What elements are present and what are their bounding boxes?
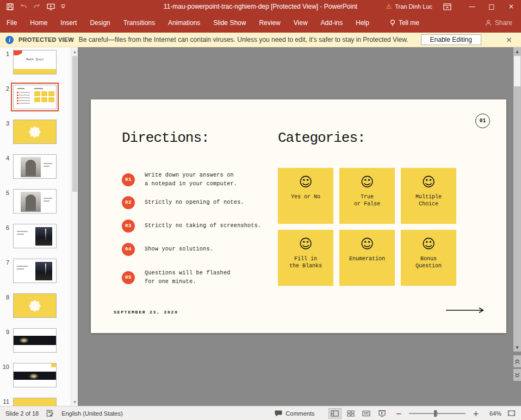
ribbon-tab-slide-show[interactable]: Slide Show	[207, 13, 252, 33]
previous-slide-button[interactable]	[513, 355, 521, 367]
main-area: 1Math Quiz234567891011 ▲ ▼ 01 Directions…	[0, 47, 521, 406]
thumbnail-row: 10	[0, 363, 57, 387]
slide-thumbnail-3[interactable]	[13, 120, 57, 144]
thumbnail-row: 7	[0, 259, 57, 283]
zoom-slider[interactable]	[409, 409, 466, 418]
zoom-slider-thumb[interactable]	[434, 410, 437, 417]
smiley-icon: ☺	[360, 237, 374, 250]
zoom-out-button[interactable]: −	[395, 409, 404, 418]
direction-text: Strictly no taking of screenshots.	[145, 222, 261, 230]
customize-quick-access-icon[interactable]	[61, 4, 65, 9]
ribbon-tab-file[interactable]: File	[0, 13, 23, 33]
ribbon-tab-transitions[interactable]: Transitions	[117, 13, 162, 33]
thumb-scroll-down-button[interactable]: ▼	[71, 398, 78, 406]
thumbnail-row: 6	[0, 224, 57, 248]
thumbnail-row: 9	[0, 328, 57, 353]
comments-button[interactable]: Comments	[275, 410, 314, 417]
normal-view-button[interactable]	[328, 408, 342, 419]
ribbon-tab-home[interactable]: Home	[23, 13, 54, 33]
directions-heading: Directions:	[122, 130, 209, 146]
fit-to-window-icon[interactable]	[507, 410, 516, 417]
slide-thumbnail-1[interactable]: Math Quiz	[13, 50, 57, 74]
close-button[interactable]: ×	[501, 0, 521, 13]
ribbon-tab-view[interactable]: View	[287, 13, 314, 33]
zoom-percentage[interactable]: 64%	[486, 410, 501, 417]
ribbon-tab-animations[interactable]: Animations	[162, 13, 207, 33]
slide-canvas: 01 Directions: Categories: 01Write down …	[78, 47, 521, 406]
ribbon-tab-review[interactable]: Review	[252, 13, 287, 33]
direction-number-badge: 05	[122, 271, 135, 284]
ribbon-tab-insert[interactable]: Insert	[54, 13, 83, 33]
direction-number-badge: 01	[122, 173, 135, 186]
slide-number: 2	[0, 85, 12, 92]
categories-heading: Categories:	[278, 130, 365, 146]
category-label: Yes or No	[291, 193, 320, 200]
share-button[interactable]: Share	[485, 19, 512, 27]
scroll-down-button[interactable]: ▼	[513, 343, 521, 352]
category-card: ☺True or False	[339, 168, 395, 224]
slide-thumbnail-7[interactable]	[13, 259, 57, 283]
info-icon: i	[5, 36, 14, 44]
ribbon-tab-add-ins[interactable]: Add-ins	[314, 13, 350, 33]
direction-number-badge: 02	[122, 196, 135, 209]
ribbon-tab-help[interactable]: Help	[349, 13, 376, 33]
vertical-scrollbar[interactable]: ▲ ▼	[513, 47, 521, 406]
direction-text: Write down your answers on a notepad in …	[145, 171, 237, 189]
direction-item: 02Strictly no opening of notes.	[122, 196, 244, 209]
start-slideshow-icon[interactable]	[47, 3, 55, 10]
next-arrow-icon	[445, 307, 485, 314]
category-card: ☺Fill in the Blanks	[278, 230, 333, 286]
slide-number: 5	[0, 190, 12, 196]
category-card: ☺Enumeration	[339, 230, 395, 286]
category-label: Multiple Choice	[415, 193, 442, 208]
slide-indicator[interactable]: Slide 2 of 18	[5, 410, 39, 417]
account-button[interactable]: ⚠ Tran Dinh Luc	[386, 3, 432, 10]
thumbnail-row: 1Math Quiz	[0, 50, 57, 74]
category-label: True or False	[354, 193, 380, 208]
ribbon-tab-design[interactable]: Design	[83, 13, 116, 33]
undo-icon	[20, 3, 27, 10]
language-indicator[interactable]: English (United States)	[61, 410, 123, 417]
slide-sorter-view-button[interactable]	[344, 408, 357, 419]
slide-thumbnail-4[interactable]	[13, 154, 57, 179]
smiley-icon: ☺	[299, 237, 312, 250]
scrollbar-thumb[interactable]	[514, 56, 520, 86]
next-slide-button[interactable]	[513, 369, 521, 381]
ribbon-display-options-icon[interactable]	[443, 3, 451, 10]
slide-thumbnail-2[interactable]	[13, 85, 57, 109]
share-label: Share	[495, 19, 512, 27]
direction-text: Show your solutions.	[145, 245, 213, 254]
minimize-button[interactable]: —	[462, 0, 482, 13]
slideshow-view-button[interactable]	[376, 408, 389, 419]
category-grid: ☺Yes or No☺True or False☺Multiple Choice…	[278, 168, 456, 286]
slide-number: 3	[0, 120, 12, 127]
proofing-icon[interactable]	[46, 410, 54, 417]
thumbnail-row: 3	[0, 120, 57, 144]
tell-me-button[interactable]: Tell me	[390, 19, 419, 27]
slide-thumbnail-5[interactable]	[13, 189, 57, 214]
thumbnail-scrollbar[interactable]: ▲ ▼	[71, 47, 78, 406]
enable-editing-button[interactable]: Enable Editing	[421, 34, 481, 45]
slide-thumbnail-9[interactable]	[13, 328, 57, 353]
slide-thumbnail-8[interactable]	[13, 293, 57, 318]
maximize-button[interactable]: □	[482, 0, 501, 13]
category-label: Bonus Question	[415, 255, 442, 269]
direction-number-badge: 03	[122, 220, 135, 233]
banner-close-icon[interactable]: ×	[503, 35, 516, 44]
slide-number: 7	[0, 259, 12, 266]
redo-icon	[33, 3, 41, 10]
warning-icon: ⚠	[386, 3, 392, 10]
slide-thumbnail-10[interactable]	[13, 363, 57, 387]
scrollbar-track[interactable]: ▲ ▼	[513, 47, 521, 352]
slide[interactable]: 01 Directions: Categories: 01Write down …	[91, 99, 506, 333]
comments-label: Comments	[286, 410, 314, 417]
slide-thumbnail-6[interactable]	[13, 224, 57, 248]
save-icon[interactable]	[7, 3, 14, 10]
thumb-scrollbar-thumb[interactable]	[72, 56, 77, 192]
thumbnail-row: 11	[0, 398, 57, 406]
zoom-in-button[interactable]: +	[472, 409, 480, 418]
scroll-up-button[interactable]: ▲	[513, 47, 521, 55]
slide-thumbnail-11[interactable]	[13, 398, 57, 406]
reading-view-button[interactable]	[360, 408, 373, 419]
thumb-scroll-up-button[interactable]: ▲	[71, 47, 78, 55]
